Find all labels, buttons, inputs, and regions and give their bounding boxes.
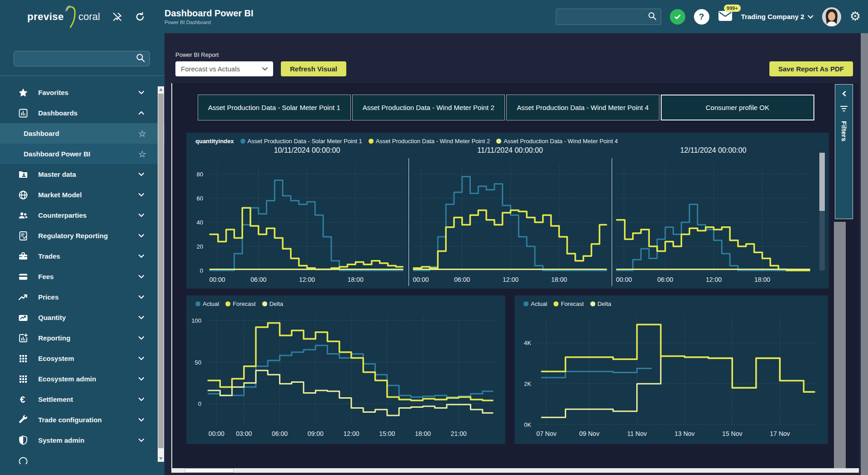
- sidebar-item-settlement[interactable]: €Settlement: [0, 389, 165, 410]
- chevron-down-icon[interactable]: [138, 377, 145, 381]
- chevron-down-icon[interactable]: [138, 315, 145, 320]
- tab-asset-production-data-wind-meter-point-2[interactable]: Asset Production Data - Wind Meter Point…: [352, 95, 505, 120]
- chart-legend: ActualForecastDelta: [190, 298, 505, 309]
- company-selector[interactable]: Trading Company 2: [741, 13, 813, 20]
- report-select[interactable]: Forecast vs Actuals: [175, 61, 273, 76]
- svg-text:20: 20: [197, 243, 203, 250]
- chart-plot: 00:0006:0012:0018:00: [409, 158, 612, 286]
- help-icon[interactable]: ?: [694, 9, 709, 25]
- notifications-mail-icon[interactable]: 999+: [718, 10, 733, 24]
- svg-text:12:00: 12:00: [503, 276, 519, 283]
- sidebar-scrollbar[interactable]: [158, 86, 164, 462]
- legend-item[interactable]: Forecast: [225, 300, 256, 307]
- sidebar-item-label: Ecosystem admin: [38, 375, 138, 383]
- svg-text:0: 0: [200, 267, 203, 274]
- header-search[interactable]: [556, 9, 661, 25]
- report-horizontal-scrollbar[interactable]: [172, 468, 859, 473]
- sidebar-item-market-model[interactable]: Market Model: [0, 185, 165, 205]
- sidebar-item-regulatory-reporting[interactable]: Regulatory Reporting: [0, 225, 165, 246]
- legend-label: Asset Production Data - Wind Meter Point…: [504, 138, 618, 145]
- sidebar-search-input[interactable]: [18, 55, 135, 62]
- chevron-down-icon[interactable]: [138, 336, 145, 340]
- chevron-down-icon[interactable]: [138, 418, 145, 422]
- sidebar-item-label: Settlement: [38, 395, 138, 403]
- expand-filters-icon[interactable]: [841, 90, 847, 98]
- favorite-star-icon[interactable]: ☆: [138, 128, 146, 139]
- chevron-down-icon[interactable]: [138, 213, 145, 217]
- settings-gear-icon[interactable]: ⚙: [850, 10, 861, 23]
- tab-consumer-profile-ok[interactable]: Consumer profile OK: [661, 95, 815, 120]
- svg-text:50: 50: [195, 359, 201, 366]
- svg-text:40: 40: [197, 219, 203, 226]
- sidebar-item-trade-configuration[interactable]: Trade configuration: [0, 410, 165, 430]
- chevron-down-icon[interactable]: [138, 172, 145, 176]
- chevron-down-icon[interactable]: [138, 438, 145, 442]
- user-avatar[interactable]: [822, 7, 841, 26]
- save-report-pdf-button[interactable]: Save Report As PDF: [769, 61, 853, 76]
- status-ok-icon[interactable]: [670, 9, 685, 25]
- chart-panels: 07 Nov09 Nov11 Nov13 Nov15 Nov17 Nov: [534, 309, 823, 440]
- chevron-down-icon[interactable]: [138, 275, 145, 279]
- chevron-down-icon[interactable]: [138, 234, 145, 238]
- tab-asset-production-data-solar-meter-point-1[interactable]: Asset Production Data - Solar Meter Poin…: [198, 95, 351, 120]
- chevron-down-icon: [262, 67, 268, 71]
- sidebar-item-master-data[interactable]: Master data: [0, 164, 165, 185]
- chevron-down-icon[interactable]: [138, 193, 145, 197]
- favorite-star-icon[interactable]: ☆: [138, 149, 146, 160]
- refresh-icon[interactable]: [135, 11, 145, 22]
- svg-text:21:00: 21:00: [451, 430, 467, 437]
- svg-text:12:00: 12:00: [299, 276, 315, 283]
- chevron-down-icon[interactable]: [138, 254, 145, 258]
- svg-text:00:00: 00:00: [413, 276, 429, 283]
- legend-item[interactable]: Asset Production Data - Solar Meter Poin…: [240, 138, 362, 145]
- legend-label: Forecast: [561, 300, 584, 307]
- top-header: previse coral Dashboard Power BI Powe: [0, 0, 868, 33]
- chart-scrollbar[interactable]: [819, 153, 825, 270]
- legend-label: Actual: [203, 300, 219, 307]
- sidebar-item-prices[interactable]: Prices: [0, 287, 165, 307]
- chevron-down-icon[interactable]: [138, 397, 145, 401]
- chevron-up-icon[interactable]: [138, 111, 145, 115]
- report-select-value: Forecast vs Actuals: [181, 65, 262, 73]
- sidebar-item-ecosystem[interactable]: Ecosystem: [0, 348, 165, 369]
- legend-item[interactable]: Asset Production Data - Wind Meter Point…: [496, 138, 618, 145]
- scroll-up-arrow-icon[interactable]: [158, 86, 164, 93]
- legend-item[interactable]: Asset Production Data - Wind Meter Point…: [369, 138, 490, 145]
- sidebar-search[interactable]: [14, 51, 150, 66]
- tab-asset-production-data-wind-meter-point-4[interactable]: Asset Production Data - Wind Meter Point…: [506, 95, 659, 120]
- unpin-sidebar-icon[interactable]: [112, 11, 123, 22]
- sidebar-item-partial[interactable]: [0, 450, 165, 464]
- legend-item[interactable]: Actual: [195, 300, 219, 307]
- legend-item[interactable]: Delta: [262, 300, 283, 307]
- chart-plot: 00:0006:0012:0018:00: [612, 158, 815, 286]
- svg-text:11 Nov: 11 Nov: [627, 430, 647, 437]
- sidebar-item-dashboard[interactable]: Dashboard☆: [0, 123, 165, 144]
- horizontal-scrollbar-thumb[interactable]: [185, 468, 234, 473]
- chevron-down-icon[interactable]: [138, 295, 145, 299]
- refresh-visual-button[interactable]: Refresh Visual: [281, 61, 346, 76]
- sidebar-item-dashboards[interactable]: Dashboards: [0, 103, 165, 123]
- legend-item[interactable]: Delta: [590, 300, 611, 307]
- legend-item[interactable]: Actual: [524, 300, 547, 307]
- svg-text:03:00: 03:00: [236, 430, 252, 437]
- legend-item[interactable]: Forecast: [554, 300, 584, 307]
- chevron-down-icon[interactable]: [138, 356, 145, 360]
- header-search-input[interactable]: [560, 13, 647, 20]
- search-icon: [135, 52, 146, 65]
- filters-pane-label[interactable]: Filters: [840, 121, 848, 141]
- chevron-down-icon[interactable]: [138, 90, 145, 95]
- sidebar-item-quantity[interactable]: Quantity: [0, 307, 165, 328]
- sidebar-item-dashboard-power-bi[interactable]: Dashboard Power BI☆: [0, 144, 165, 164]
- page-scrollbar[interactable]: [861, 33, 868, 475]
- sidebar-item-fees[interactable]: Fees: [0, 266, 165, 287]
- sidebar-item-system-admin[interactable]: System admin: [0, 430, 165, 450]
- sidebar-item-reporting[interactable]: Reporting: [0, 328, 165, 348]
- sidebar-scrollbar-thumb[interactable]: [158, 94, 164, 448]
- report-vertical-scrollbar[interactable]: [834, 222, 846, 471]
- sidebar-item-counterparties[interactable]: Counterparties: [0, 205, 165, 225]
- sidebar-item-ecosystem-admin[interactable]: Ecosystem admin: [0, 369, 165, 389]
- scroll-down-arrow-icon[interactable]: [158, 455, 164, 462]
- sidebar-item-trades[interactable]: Trades: [0, 246, 165, 266]
- sidebar-item-favorites[interactable]: Favorites: [0, 82, 165, 103]
- chart-scrollbar-thumb[interactable]: [819, 153, 825, 211]
